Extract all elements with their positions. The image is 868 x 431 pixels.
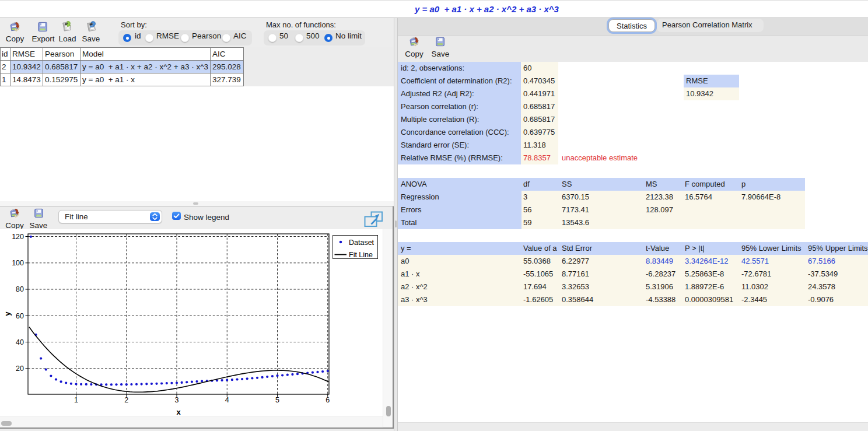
svg-text:80: 80	[16, 285, 24, 293]
svg-text:Fit Line: Fit Line	[349, 251, 373, 259]
svg-text:20: 20	[16, 365, 24, 373]
svg-text:2: 2	[124, 396, 128, 404]
svg-text:6: 6	[326, 396, 330, 404]
svg-text:120: 120	[12, 233, 24, 241]
svg-text:5: 5	[275, 396, 279, 404]
svg-text:40: 40	[16, 338, 24, 346]
svg-text:4: 4	[225, 396, 229, 404]
svg-text:60: 60	[16, 312, 24, 320]
svg-text:3: 3	[175, 396, 179, 404]
svg-text:x: x	[176, 408, 181, 416]
svg-text:Dataset: Dataset	[349, 239, 374, 247]
svg-text:1: 1	[74, 396, 78, 404]
svg-text:100: 100	[12, 259, 24, 267]
svg-text:y: y	[3, 311, 12, 316]
